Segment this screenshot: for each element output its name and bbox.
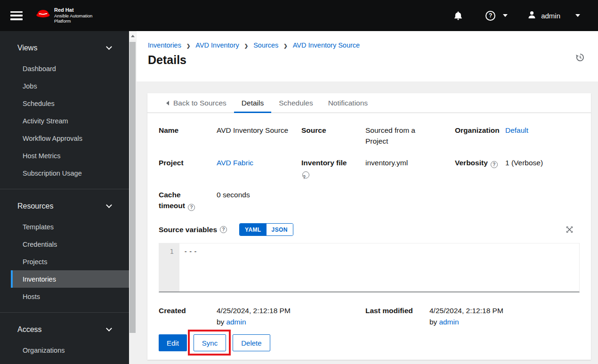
help-icon[interactable]	[491, 161, 498, 168]
scrollbar-up-arrow[interactable]	[129, 32, 136, 40]
source-value: Sourced from a Project	[365, 125, 421, 146]
sidebar-item-templates[interactable]: Templates	[0, 218, 129, 235]
verbosity-label: Verbosity	[455, 157, 505, 168]
expand-editor-icon[interactable]	[566, 226, 573, 233]
tab-notifications-label: Notifications	[328, 99, 368, 107]
last-modified-value: 4/25/2024, 2:12:18 PM byadmin	[429, 305, 580, 328]
brand-line3: Platform	[54, 18, 92, 24]
sidebar-section-views-label: Views	[17, 44, 37, 52]
breadcrumb-inventories[interactable]: Inventories	[148, 41, 181, 49]
action-buttons: Edit Sync Delete	[159, 334, 580, 351]
sidebar-item-jobs[interactable]: Jobs	[0, 77, 129, 95]
details-card: Back to Sources Details Schedules Notifi…	[147, 93, 591, 360]
user-icon	[527, 10, 536, 21]
created-date: 4/25/2024, 2:12:18 PM	[217, 305, 365, 316]
help-icon[interactable]	[485, 11, 495, 21]
tab-back-to-sources[interactable]: Back to Sources	[159, 93, 234, 113]
sidebar-section-access[interactable]: Access	[0, 325, 129, 334]
sidebar-item-hosts[interactable]: Hosts	[0, 288, 129, 305]
sync-button-wrapper: Sync	[194, 334, 226, 351]
created-by-line: byadmin	[217, 316, 365, 328]
yaml-toggle-button[interactable]: YAML	[240, 224, 267, 235]
editor-content[interactable]: ---	[179, 243, 579, 291]
page-header: Inventories ❯ AVD Inventory ❯ Sources ❯ …	[137, 31, 598, 81]
help-icon[interactable]	[220, 226, 227, 233]
activity-history-icon[interactable]	[575, 53, 585, 64]
inventory-file-label: Inventory file	[301, 157, 365, 178]
brand-line2: Ansible Automation	[54, 13, 92, 18]
breadcrumb: Inventories ❯ AVD Inventory ❯ Sources ❯ …	[148, 41, 587, 49]
scrollbar-thumb[interactable]	[129, 42, 136, 333]
tab-notifications[interactable]: Notifications	[321, 93, 375, 113]
cache-timeout-label: Cache timeout	[159, 189, 204, 211]
help-caret-down-icon[interactable]	[503, 14, 508, 17]
chevron-down-icon	[106, 44, 112, 50]
last-modified-date: 4/25/2024, 2:12:18 PM	[429, 305, 580, 316]
delete-button[interactable]: Delete	[233, 334, 270, 351]
sidebar-item-activity-stream[interactable]: Activity Stream	[0, 112, 129, 129]
sidebar-section-views[interactable]: Views	[0, 44, 129, 52]
help-menu[interactable]	[485, 11, 508, 21]
sidebar-scrollbar[interactable]	[129, 31, 137, 364]
yaml-json-toggle: YAML JSON	[239, 223, 293, 236]
sync-button[interactable]: Sync	[194, 334, 226, 351]
breadcrumb-sources[interactable]: Sources	[253, 41, 278, 49]
sidebar-item-workflow-approvals[interactable]: Workflow Approvals	[0, 129, 129, 147]
sidebar-nav: Views Dashboard Jobs Schedules Activity …	[0, 31, 129, 364]
tab-back-to-sources-label: Back to Sources	[173, 99, 226, 107]
user-caret-down-icon[interactable]	[575, 14, 580, 17]
brand-line1: Red Hat	[54, 7, 92, 13]
notifications-bell-icon[interactable]	[453, 11, 463, 20]
sidebar-item-host-metrics[interactable]: Host Metrics	[0, 147, 129, 164]
details-body: Name AVD Inventory Source Source Sourced…	[147, 113, 591, 351]
breadcrumb-separator-icon: ❯	[244, 43, 248, 49]
project-label: Project	[159, 157, 217, 168]
help-icon[interactable]	[188, 204, 195, 211]
sidebar-divider	[0, 189, 129, 189]
sidebar-item-inventories[interactable]: Inventories	[11, 270, 129, 288]
last-modified-by-line: byadmin	[429, 316, 580, 328]
sidebar-item-dashboard[interactable]: Dashboard	[0, 60, 129, 77]
json-toggle-button[interactable]: JSON	[267, 224, 293, 235]
sidebar-section-access-label: Access	[17, 325, 42, 334]
user-menu[interactable]: admin	[527, 10, 580, 21]
tab-details-label: Details	[242, 99, 264, 107]
source-variables-label: Source variables	[159, 226, 217, 234]
project-link[interactable]: AVD Fabric	[217, 159, 253, 167]
created-label: Created	[159, 305, 217, 316]
sidebar-section-resources[interactable]: Resources	[0, 202, 129, 210]
username-label: admin	[541, 12, 560, 20]
help-icon[interactable]	[302, 171, 309, 178]
sidebar-item-schedules[interactable]: Schedules	[0, 95, 129, 112]
sidebar-resources-items: Templates Credentials Projects Inventori…	[0, 218, 129, 305]
chevron-down-icon	[106, 202, 112, 208]
source-label: Source	[301, 125, 365, 136]
verbosity-value: 1 (Verbose)	[505, 157, 580, 168]
editor-line-number: 1	[159, 243, 179, 291]
masthead: Red Hat Ansible Automation Platform admi…	[0, 0, 598, 31]
nav-toggle-icon[interactable]	[10, 11, 23, 20]
page-title: Details	[148, 53, 587, 67]
sidebar-item-subscription-usage[interactable]: Subscription Usage	[0, 164, 129, 182]
sidebar-item-credentials[interactable]: Credentials	[0, 235, 129, 253]
tab-details[interactable]: Details	[234, 93, 271, 113]
last-modified-by-link[interactable]: admin	[439, 318, 459, 326]
tab-schedules[interactable]: Schedules	[271, 93, 320, 113]
source-variables-row: Source variables YAML JSON	[159, 223, 580, 236]
brand-text: Red Hat Ansible Automation Platform	[54, 7, 92, 24]
source-variables-editor[interactable]: 1 ---	[159, 243, 580, 292]
tab-bar: Back to Sources Details Schedules Notifi…	[147, 93, 591, 113]
breadcrumb-avd-inventory-source[interactable]: AVD Inventory Source	[293, 41, 360, 49]
name-value: AVD Inventory Source	[217, 125, 301, 136]
created-by-link[interactable]: admin	[226, 318, 246, 326]
sidebar-item-organizations[interactable]: Organizations	[0, 341, 129, 359]
sidebar-divider	[0, 312, 129, 313]
edit-button[interactable]: Edit	[159, 334, 187, 351]
redhat-fedora-icon	[35, 7, 51, 21]
organization-label: Organization	[455, 125, 505, 136]
chevron-down-icon	[106, 325, 112, 332]
organization-link[interactable]: Default	[505, 126, 528, 134]
sidebar-views-items: Dashboard Jobs Schedules Activity Stream…	[0, 60, 129, 182]
breadcrumb-avd-inventory[interactable]: AVD Inventory	[195, 41, 239, 49]
sidebar-item-projects[interactable]: Projects	[0, 253, 129, 270]
